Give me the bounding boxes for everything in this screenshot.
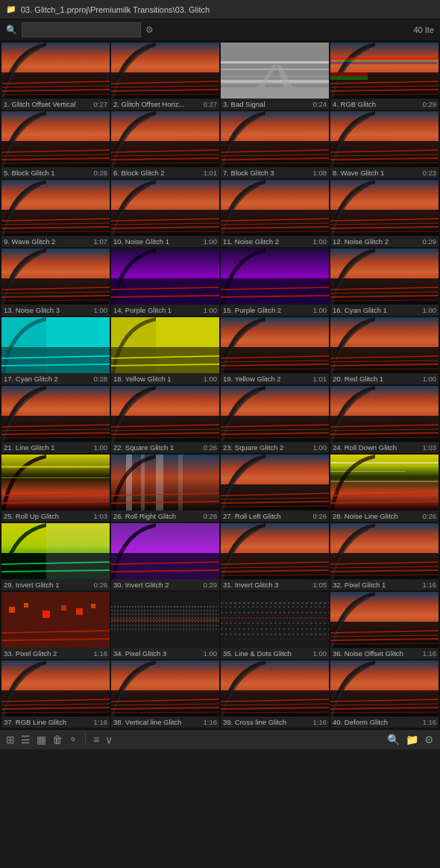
folder-nav-icon[interactable]: 📁 (406, 734, 418, 746)
list-item[interactable]: 31. Invert Glitch 31:05 (221, 523, 329, 590)
list-item[interactable]: 2. Glitch Offset Horiz...0:27 (111, 43, 219, 110)
item-label: 11. Noise Glitch 21:00 (221, 236, 329, 247)
item-duration: 1:16 (94, 718, 108, 726)
svg-rect-195 (61, 605, 66, 611)
list-item[interactable]: 24. Roll Down Glitch1:03 (330, 386, 439, 453)
item-duration: 1:03 (94, 512, 108, 520)
item-name: 17. Cyan Glitch 2 (4, 375, 58, 383)
item-duration: 0:29 (423, 237, 437, 246)
list-item[interactable]: 11. Noise Glitch 21:00 (221, 180, 329, 247)
thumbnail-image (111, 661, 219, 716)
svg-rect-148 (1, 477, 110, 478)
item-label: 2. Glitch Offset Horiz...0:27 (111, 99, 219, 110)
thumbnail-image (221, 523, 329, 579)
list-item[interactable]: 30. Invert Glitch 20:29 (111, 523, 219, 590)
list-item[interactable]: 18. Yellow Glitch 11:00 (111, 317, 219, 384)
list-item[interactable]: 39. Cross line Glitch1:16 (221, 661, 329, 728)
list-item[interactable]: 16. Cyan Glitch 11:00 (330, 249, 439, 316)
list-item[interactable]: 17. Cyan Glitch 20:28 (1, 317, 110, 384)
item-name: 26. Roll Right Glitch (113, 512, 176, 520)
item-name: 27. Roll Left Glitch (223, 512, 281, 520)
list-view-icon[interactable]: ☰ (21, 734, 31, 746)
list-item[interactable]: 29. Invert Glitch 10:26 (1, 523, 110, 590)
list-item[interactable]: 37. RGB Line Glitch1:16 (1, 661, 110, 728)
thumbnail-image (221, 592, 329, 648)
item-label: 17. Cyan Glitch 20:28 (1, 373, 110, 384)
list-item[interactable]: 13. Noise Glitch 31:00 (1, 249, 110, 316)
list-item[interactable]: 27. Roll Left Glitch0:26 (221, 455, 329, 522)
record-icon[interactable]: ⚬ (69, 734, 78, 746)
list-item[interactable]: 34. Pixel Glitch 31:00 (111, 592, 219, 659)
svg-rect-27 (330, 62, 437, 64)
list-item[interactable]: 25. Roll Up Glitch1:03 (1, 455, 110, 522)
svg-rect-100 (1, 347, 110, 373)
svg-rect-175 (111, 553, 219, 579)
header: 📁 03. Glitch_1.prproj\Premiumilk Transit… (0, 0, 440, 19)
item-label: 20. Red Glitch 11:00 (330, 373, 439, 384)
list-item[interactable]: 15. Purple Glitch 21:00 (221, 249, 329, 316)
item-name: 5. Block Glitch 1 (4, 169, 55, 177)
svg-rect-15 (221, 80, 329, 83)
list-item[interactable]: 38. Vertical line Glitch1:16 (111, 661, 219, 728)
list-item[interactable]: 33. Pixel Glitch 21:16 (1, 592, 110, 659)
list-item[interactable]: 22. Square Glitch 10:26 (111, 386, 219, 453)
thumbnail-image (330, 43, 439, 99)
list-item[interactable]: 26. Roll Right Glitch0:28 (111, 455, 219, 522)
list-item[interactable]: 3. Bad Signal0:24 (221, 43, 329, 110)
list-item[interactable]: 9. Wave Glitch 21:07 (1, 180, 110, 247)
item-label: 5. Block Glitch 10:26 (1, 167, 110, 178)
search-input[interactable] (22, 22, 141, 37)
search-toggle-icon[interactable]: 🔍 (387, 734, 400, 746)
list-item[interactable]: 32. Pixel Glitch 11:16 (330, 523, 439, 590)
header-title: 03. Glitch_1.prproj\Premiumilk Transitio… (21, 5, 210, 14)
list-item[interactable]: 1. Glitch Offset Vertical0:27 (1, 43, 110, 110)
list-item[interactable]: 35. Line & Dots Glitch1:00 (221, 592, 329, 659)
panel-icon[interactable]: ▦ (37, 734, 46, 746)
item-duration: 0:26 (423, 512, 437, 520)
item-duration: 1:00 (204, 306, 218, 314)
list-item[interactable]: 23. Square Glitch 21:00 (221, 386, 329, 453)
item-duration: 0:28 (94, 375, 108, 383)
list-item[interactable]: 21. Line Glitch 11:00 (1, 386, 110, 453)
list-item[interactable]: 40. Deform Glitch1:16 (330, 661, 439, 728)
list-item[interactable]: 4. RGB Glitch0:29 (330, 43, 439, 110)
list-item[interactable]: 8. Wave Glitch 10:23 (330, 111, 439, 178)
item-label: 35. Line & Dots Glitch1:00 (221, 648, 329, 659)
filter-icon[interactable]: ⚙ (145, 25, 154, 35)
svg-rect-85 (111, 278, 219, 305)
item-name: 7. Block Glitch 3 (223, 169, 274, 177)
toolbar: ⊞ ☰ ▦ 🗑 ⚬ ≡ ∨ 🔍 📁 ⚙ (0, 729, 440, 749)
item-duration: 1:00 (94, 443, 108, 452)
item-name: 35. Line & Dots Glitch (223, 649, 292, 658)
thumbnail-image (1, 455, 110, 511)
item-name: 6. Block Glitch 2 (113, 169, 165, 177)
settings-icon[interactable]: ⚙ (424, 734, 434, 746)
item-duration: 0:28 (204, 512, 218, 520)
thumbnail-image (330, 523, 439, 579)
chevron-icon[interactable]: ∨ (105, 734, 113, 746)
list-item[interactable]: 36. Noise Offset Glitch1:16 (330, 592, 439, 659)
menu-icon[interactable]: ≡ (93, 734, 99, 746)
list-item[interactable]: 10. Noise Glitch 11:00 (111, 180, 219, 247)
item-label: 8. Wave Glitch 10:23 (330, 167, 439, 178)
svg-rect-25 (330, 57, 439, 60)
item-name: 34. Pixel Glitch 3 (113, 649, 166, 658)
item-label: 25. Roll Up Glitch1:03 (1, 511, 110, 522)
item-label: 36. Noise Offset Glitch1:16 (330, 648, 439, 659)
list-item[interactable]: 14. Purple Glitch 11:00 (111, 249, 219, 316)
svg-rect-172 (46, 523, 110, 579)
list-item[interactable]: 5. Block Glitch 10:26 (1, 111, 110, 178)
list-item[interactable]: 12. Noise Glitch 20:29 (330, 180, 439, 247)
list-item[interactable]: 28. Noise Line Glitch0:26 (330, 455, 439, 522)
grid-view-icon[interactable]: ⊞ (6, 734, 15, 746)
list-item[interactable]: 6. Block Glitch 21:01 (111, 111, 219, 178)
svg-rect-192 (9, 607, 15, 613)
item-duration: 0:23 (423, 169, 437, 177)
item-label: 40. Deform Glitch1:16 (330, 716, 439, 728)
list-item[interactable]: 19. Yellow Glitch 21:01 (221, 317, 329, 384)
list-item[interactable]: 7. Block Glitch 31:08 (221, 111, 329, 178)
list-item[interactable]: 20. Red Glitch 11:00 (330, 317, 439, 384)
item-duration: 1:00 (313, 649, 327, 658)
item-label: 7. Block Glitch 31:08 (221, 167, 329, 178)
bin-icon[interactable]: 🗑 (52, 734, 63, 746)
